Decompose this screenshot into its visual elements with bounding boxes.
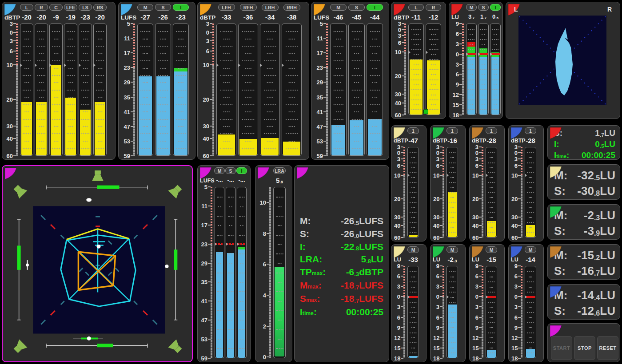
- scale-label: 0: [433, 293, 439, 300]
- channel-chip-LRA[interactable]: LRA: [273, 167, 286, 174]
- level-bar-blue: [174, 71, 187, 155]
- meter-panel-surround-lufs: LUFS5111723293541475359M-27S-26I-23: [118, 2, 195, 160]
- meter-panel-aux3-dbtp: dBTP303610203040601-28: [469, 125, 505, 241]
- channel-tick-dots: [229, 206, 232, 207]
- channel-tick-dots: [83, 68, 88, 69]
- start-button[interactable]: START: [551, 336, 572, 360]
- channel-tick-dots: [449, 212, 455, 213]
- channel-chip-L[interactable]: L: [408, 4, 424, 11]
- scale-label: 9: [394, 263, 400, 269]
- level-bar-blue: [487, 350, 496, 358]
- channel-tick-dots: [158, 119, 168, 120]
- channel-value: -26: [153, 13, 173, 21]
- channel-tick-dots: [239, 253, 245, 254]
- channel-chip-M[interactable]: M: [447, 246, 458, 253]
- stats-label: I:: [300, 241, 306, 254]
- channel-chip-1[interactable]: 1: [407, 127, 419, 134]
- level-bar-yellow: [487, 221, 496, 237]
- channel-tick-dots: [333, 104, 343, 105]
- channel-chip-LS[interactable]: LS: [79, 4, 92, 11]
- channel-tick-dots: [351, 119, 361, 120]
- left-slider-knob[interactable]: [26, 264, 29, 267]
- channel-chip-I[interactable]: I: [490, 4, 501, 11]
- channel-chip-M[interactable]: M: [137, 4, 153, 11]
- channel-chip-C[interactable]: C: [49, 4, 63, 11]
- channel-tick-dots: [449, 352, 455, 353]
- channel-chip-I[interactable]: I: [173, 4, 189, 11]
- channel-tick-dots: [488, 322, 494, 323]
- channel-chip-LRH[interactable]: LRH: [262, 4, 279, 11]
- channel-chip-I[interactable]: I: [236, 167, 247, 174]
- channel-chip-L[interactable]: L: [20, 4, 33, 11]
- scale-track-red: [521, 147, 522, 175]
- channel-chip-R[interactable]: R: [426, 4, 441, 11]
- stats-label: Smax:: [300, 293, 320, 306]
- reset-button[interactable]: RESET: [597, 336, 618, 360]
- channel-chip-M[interactable]: M: [330, 4, 347, 11]
- channel-tick-dots: [488, 192, 494, 193]
- channel-tick-dots: [451, 337, 454, 338]
- channel-chip-LFH[interactable]: LFH: [218, 4, 235, 11]
- meter-channel-1: [525, 147, 536, 237]
- channel-tick-dots: [81, 90, 89, 91]
- channel-tick-dots: [245, 126, 251, 127]
- scale-track-red: [326, 24, 328, 67]
- scale-label: 3: [200, 20, 209, 27]
- channel-tick-dots: [39, 111, 44, 112]
- channel-chip-1[interactable]: 1: [525, 127, 536, 134]
- top-slider-knob[interactable]: [86, 198, 92, 202]
- scale-label: 6: [433, 162, 439, 169]
- channel-chip-M[interactable]: M: [466, 4, 477, 11]
- meter-channel-L: [408, 24, 424, 115]
- channel-tick-dots: [410, 271, 416, 272]
- channel-chip-S[interactable]: S: [225, 167, 236, 174]
- scale-label: 10: [394, 172, 400, 179]
- readout-lines: S:1.7LUI:0.5LUItime:00:00:25: [548, 128, 620, 162]
- channel-chip-RFH[interactable]: RFH: [240, 4, 257, 11]
- channel-tick-dots: [431, 34, 436, 35]
- scale-label: 6: [472, 162, 478, 169]
- threshold-marker: [479, 53, 488, 55]
- bottom-mini-slider-knob[interactable]: [87, 336, 91, 340]
- channel-tick-dots: [431, 104, 436, 105]
- right-slider-knob[interactable]: [165, 265, 169, 268]
- channel-tick-dots: [468, 69, 474, 70]
- level-bar-blue: [238, 249, 245, 358]
- scale-label: 10: [200, 62, 209, 68]
- channel-chip-RRH[interactable]: RRH: [283, 4, 300, 11]
- channel-tick-dots: [470, 64, 473, 65]
- channel-tick-dots: [470, 74, 473, 75]
- scale-label: 5: [314, 20, 323, 27]
- channel-chip-M[interactable]: M: [214, 167, 225, 174]
- scale-label: 10: [511, 172, 518, 179]
- scale-track: [403, 297, 405, 358]
- readout-label: Itime:: [554, 150, 569, 162]
- meter-channel-S: [226, 187, 235, 358]
- scale-label: 60: [200, 153, 209, 159]
- channel-chip-LFE[interactable]: LFE: [64, 4, 77, 11]
- channel-chip-1[interactable]: 1: [486, 127, 497, 134]
- channel-tick-dots: [220, 148, 233, 149]
- scale-label: 53: [121, 138, 130, 145]
- channel-value: -...: [224, 177, 237, 183]
- scale-track: [482, 297, 483, 358]
- channel-tick-dots: [288, 126, 295, 127]
- channel-chip-RS[interactable]: RS: [93, 4, 107, 11]
- scale-label: 6: [452, 71, 459, 78]
- channel-chip-M[interactable]: M: [407, 246, 419, 253]
- meter-channel-RRH: [282, 24, 302, 156]
- channel-tick-dots: [411, 217, 415, 218]
- channel-tick-dots: [228, 197, 234, 198]
- channel-chip-S[interactable]: S: [478, 4, 489, 11]
- channel-tick-dots: [411, 337, 415, 338]
- channel-chip-S[interactable]: S: [155, 4, 171, 11]
- channel-chip-M[interactable]: M: [486, 246, 497, 253]
- channel-chip-1[interactable]: 1: [447, 127, 458, 134]
- channel-chip-I[interactable]: I: [367, 4, 383, 11]
- channel-chip-S[interactable]: S: [348, 4, 365, 11]
- channel-tick-dots: [480, 59, 486, 60]
- channel-chip-R[interactable]: R: [35, 4, 48, 11]
- channel-chip-M[interactable]: M: [525, 246, 536, 253]
- channel-tick-dots: [372, 141, 378, 142]
- stop-button[interactable]: STOP: [574, 336, 595, 360]
